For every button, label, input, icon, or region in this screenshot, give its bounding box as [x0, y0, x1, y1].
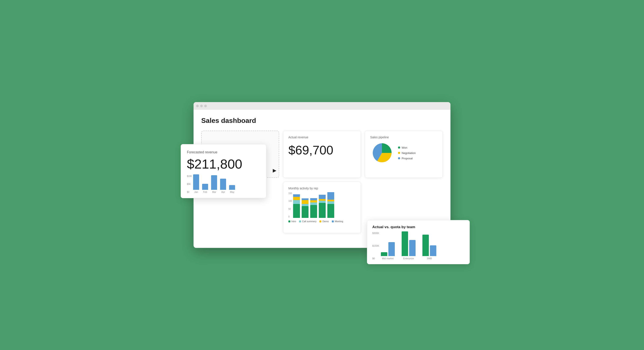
quota-card: Actual vs. quota by team $300K $150K $0 [367, 220, 470, 264]
y-100: 100 [288, 200, 292, 202]
activity-y-axis: 150 100 50 0 [288, 192, 293, 218]
rep2-meeting [302, 198, 308, 200]
rep5-intro [327, 204, 334, 218]
mid-quota-bar [388, 242, 395, 256]
rep4-demo [319, 199, 326, 201]
activity-bars [293, 192, 334, 218]
group-mid-market: Mid market [381, 242, 395, 260]
bar-jan: Jan [193, 174, 199, 193]
demo-label: Demo [322, 220, 329, 223]
page-title: Sales dashboard [201, 117, 443, 125]
cursor-pointer: ▶ [273, 168, 276, 173]
meeting-label: Meeting [335, 220, 343, 223]
won-dot [398, 146, 400, 149]
legend-proposal: Proposal [398, 157, 416, 160]
label-apr: Apr [222, 191, 225, 193]
legend-intro: Intro [288, 220, 296, 223]
bar-jan-rect [193, 174, 199, 190]
rep3-call [310, 203, 317, 205]
mini-y-5k: $5K [187, 183, 192, 185]
won-label: Won [402, 146, 408, 149]
ent-actual-bar [402, 231, 408, 256]
smb-label: SMB [427, 257, 432, 260]
bar-apr: Apr [220, 179, 226, 193]
bar-feb: Feb [202, 184, 208, 193]
quota-y-axis: $300K $150K $0 [372, 232, 381, 260]
legend-negotiation: Negotiation [398, 151, 416, 155]
meeting-square [332, 221, 334, 222]
bar-may-rect [229, 185, 235, 190]
bar-apr-rect [220, 179, 226, 190]
demo-square [320, 221, 321, 222]
quota-bars-row: Mid market Enterprize [381, 232, 436, 260]
legend-meeting: Meeting [332, 220, 343, 223]
mid-market-label: Mid market [382, 257, 394, 260]
intro-label: Intro [292, 220, 296, 223]
mini-y-10k: $10K [187, 175, 192, 177]
bar-may: May [229, 185, 235, 193]
rep-bar-1 [293, 194, 300, 218]
mini-y-axis: $10K $5K $0 [187, 175, 193, 193]
enterprize-label: Enterprize [403, 257, 414, 260]
browser-dot-2 [200, 105, 203, 107]
sales-pipeline-card: Sales pipeline Won [365, 131, 443, 178]
smb-actual-bar [422, 235, 429, 256]
sales-pipeline-label: Sales pipeline [370, 135, 438, 139]
quota-y-0: $0 [372, 257, 379, 260]
rep5-demo [327, 200, 334, 201]
monthly-activity-label: Monthly activity by rep [288, 187, 356, 190]
intro-square [288, 221, 290, 222]
pipeline-pie-chart [370, 141, 394, 165]
forecast-mini-chart: $10K $5K $0 Jan Feb Mar [187, 175, 260, 193]
mid-market-bars [381, 242, 395, 256]
rep1-demo [293, 197, 300, 200]
rep3-meeting [310, 198, 317, 200]
rep4-meeting [319, 195, 326, 199]
quota-y-300k: $300K [372, 232, 379, 234]
mid-actual-bar [381, 252, 387, 256]
legend-demo: Demo [320, 220, 329, 223]
y-0: 0 [288, 216, 292, 218]
label-jan: Jan [194, 191, 198, 193]
browser-dot-1 [196, 105, 199, 107]
forecasted-value: $211,800 [187, 156, 260, 171]
ent-quota-bar [409, 240, 416, 256]
quota-chart-container: $300K $150K $0 Mid market [372, 232, 464, 260]
rep3-intro [310, 205, 317, 218]
rep1-call [293, 200, 300, 204]
bar-mar-rect [211, 175, 217, 190]
pipeline-legend: Won Negotiation Proposal [398, 146, 416, 160]
browser-dot-3 [204, 105, 207, 107]
browser-window: Sales dashboard Actual revenue $69,700 S… [194, 102, 450, 248]
monthly-activity-chart: 150 100 50 0 [288, 192, 356, 218]
rep4-intro [319, 203, 326, 218]
actual-revenue-value: $69,700 [288, 143, 356, 157]
group-smb: SMB [422, 235, 436, 260]
rep1-meeting [293, 194, 300, 197]
legend-won: Won [398, 146, 416, 149]
group-enterprize: Enterprize [402, 231, 416, 260]
negotiation-dot [398, 152, 400, 154]
negotiation-label: Negotiation [402, 151, 416, 155]
call-label: Call summery [302, 220, 316, 223]
quota-title: Actual vs. quota by team [372, 225, 464, 229]
rep4-call [319, 201, 326, 203]
forecasted-revenue-card: Forecasted revenue $211,800 $10K $5K $0 … [181, 144, 266, 198]
legend-call-summery: Call summery [299, 220, 316, 223]
rep-bar-2 [302, 198, 308, 218]
rep3-demo [310, 200, 317, 203]
rep-bar-5 [327, 192, 334, 218]
proposal-dot [398, 157, 400, 159]
browser-titlebar [194, 102, 450, 110]
forecasted-label: Forecasted revenue [187, 150, 260, 154]
actual-revenue-card: Actual revenue $69,700 [283, 131, 361, 178]
smb-quota-bar [430, 245, 436, 256]
enterprize-bars [402, 231, 416, 256]
label-feb: Feb [203, 191, 207, 193]
rep5-meeting [327, 192, 334, 200]
pipeline-content: Won Negotiation Proposal [370, 141, 438, 165]
bar-mar: Mar [211, 175, 217, 193]
rep2-call [302, 204, 308, 206]
rep2-intro [302, 206, 308, 218]
label-may: May [230, 191, 234, 193]
